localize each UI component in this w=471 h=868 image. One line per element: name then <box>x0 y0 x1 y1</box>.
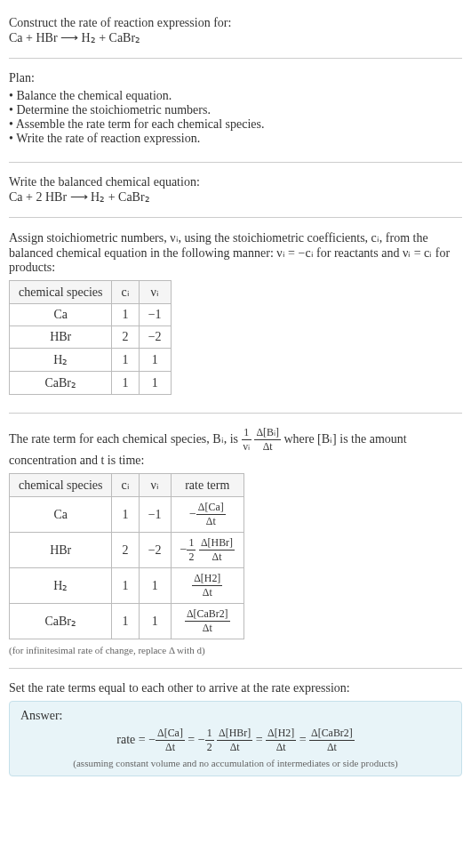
table-row: CaBr₂ 1 1 <box>10 372 172 395</box>
table-cell: −1 <box>139 497 171 533</box>
table-cell: Δ[CaBr2]Δt <box>171 604 243 639</box>
table-header-row: chemical species cᵢ νᵢ rate term <box>10 474 244 497</box>
plan-item: Determine the stoichiometric numbers. <box>9 103 462 117</box>
assign-section: Assign stoichiometric numbers, νᵢ, using… <box>9 223 462 407</box>
table-cell: 1 <box>112 568 139 604</box>
balanced-section: Write the balanced chemical equation: Ca… <box>9 168 462 212</box>
table-cell: CaBr₂ <box>10 604 112 639</box>
table-cell: 1 <box>139 568 171 604</box>
answer-label: Answer: <box>20 709 451 723</box>
table-header: rate term <box>171 474 243 497</box>
prompt-text: Construct the rate of reaction expressio… <box>9 16 462 30</box>
rate-note: (for infinitesimal rate of change, repla… <box>9 645 462 655</box>
answer-frac: Δ[HBr]Δt <box>217 727 252 754</box>
rate-term-frac: Δ[HBr]Δt <box>199 536 235 564</box>
rate-text: The rate term for each chemical species,… <box>9 426 462 468</box>
answer-half: 12 <box>205 727 214 754</box>
answer-frac: Δ[CaBr2]Δt <box>309 727 355 754</box>
table-cell: H₂ <box>10 349 112 372</box>
plan-item: Assemble the rate term for each chemical… <box>9 117 462 132</box>
eq-sign: = <box>296 733 309 746</box>
rate-table: chemical species cᵢ νᵢ rate term Ca 1 −1… <box>9 473 244 639</box>
plan-item: Write the rate of reaction expression. <box>9 132 462 146</box>
plan-section: Plan: Balance the chemical equation. Det… <box>9 64 462 157</box>
plan-title: Plan: <box>9 71 462 85</box>
divider <box>9 162 462 163</box>
table-row: HBr 2 −2 −12 Δ[HBr]Δt <box>10 533 244 568</box>
table-cell: −2 <box>139 533 171 568</box>
table-header: chemical species <box>10 281 112 304</box>
balanced-title: Write the balanced chemical equation: <box>9 175 462 189</box>
answer-box: Answer: rate = −Δ[Ca]Δt = −12 Δ[HBr]Δt =… <box>9 701 462 776</box>
table-cell: 1 <box>112 372 139 395</box>
table-cell: 2 <box>112 533 139 568</box>
rate-frac1: 1 νᵢ <box>242 426 251 454</box>
table-cell: 1 <box>112 304 139 326</box>
answer-note: (assuming constant volume and no accumul… <box>20 758 451 768</box>
table-cell: −12 Δ[HBr]Δt <box>171 533 243 568</box>
divider <box>9 413 462 414</box>
rate-term-frac: Δ[CaBr2]Δt <box>185 607 230 635</box>
table-cell: 1 <box>139 604 171 639</box>
rate-term-frac: Δ[H2]Δt <box>192 572 222 599</box>
rate-term-frac: Δ[Ca]Δt <box>196 501 226 528</box>
table-cell: CaBr₂ <box>10 372 112 395</box>
table-row: H₂ 1 1 <box>10 349 172 372</box>
table-cell: 1 <box>112 497 139 533</box>
table-header-row: chemical species cᵢ νᵢ <box>10 281 172 304</box>
table-header: νᵢ <box>139 474 171 497</box>
table-cell: 1 <box>112 604 139 639</box>
table-row: Ca 1 −1 −Δ[Ca]Δt <box>10 497 244 533</box>
plan-item: Balance the chemical equation. <box>9 89 462 103</box>
table-cell: 1 <box>139 349 171 372</box>
table-header: chemical species <box>10 474 112 497</box>
table-cell: 1 <box>112 349 139 372</box>
table-cell: Ca <box>10 304 112 326</box>
divider <box>9 58 462 59</box>
table-header: cᵢ <box>112 281 139 304</box>
table-cell: H₂ <box>10 568 112 604</box>
balanced-equation: Ca + 2 HBr ⟶ H₂ + CaBr₂ <box>9 189 462 205</box>
table-cell: Ca <box>10 497 112 533</box>
eq-sign: = <box>252 733 266 746</box>
coef-frac: 12 <box>187 536 196 564</box>
table-cell: −Δ[Ca]Δt <box>171 497 243 533</box>
set-section: Set the rate terms equal to each other t… <box>9 674 462 784</box>
assign-table: chemical species cᵢ νᵢ Ca 1 −1 HBr 2 −2 … <box>9 280 172 395</box>
table-row: H₂ 1 1 Δ[H2]Δt <box>10 568 244 604</box>
assign-text: Assign stoichiometric numbers, νᵢ, using… <box>9 230 462 275</box>
answer-frac: Δ[H2]Δt <box>266 727 296 754</box>
rate-text-pre: The rate term for each chemical species,… <box>9 432 242 446</box>
table-cell: Δ[H2]Δt <box>171 568 243 604</box>
divider <box>9 217 462 218</box>
table-header: νᵢ <box>139 281 171 304</box>
table-cell: −2 <box>139 326 171 349</box>
rate-frac2: Δ[Bᵢ] Δt <box>254 426 281 454</box>
set-text: Set the rate terms equal to each other t… <box>9 681 462 695</box>
table-row: HBr 2 −2 <box>10 326 172 349</box>
plan-list: Balance the chemical equation. Determine… <box>9 89 462 146</box>
prompt-section: Construct the rate of reaction expressio… <box>9 9 462 52</box>
table-cell: 1 <box>139 372 171 395</box>
answer-equation: rate = −Δ[Ca]Δt = −12 Δ[HBr]Δt = Δ[H2]Δt… <box>20 727 451 754</box>
rate-prefix: rate = − <box>116 733 156 746</box>
table-header: cᵢ <box>112 474 139 497</box>
table-cell: HBr <box>10 533 112 568</box>
table-cell: HBr <box>10 326 112 349</box>
table-row: CaBr₂ 1 1 Δ[CaBr2]Δt <box>10 604 244 639</box>
prompt-equation: Ca + HBr ⟶ H₂ + CaBr₂ <box>9 30 462 45</box>
neg-sign: − <box>189 507 196 520</box>
table-cell: 2 <box>112 326 139 349</box>
neg-sign: − <box>180 542 188 556</box>
table-cell: −1 <box>139 304 171 326</box>
rate-section: The rate term for each chemical species,… <box>9 419 462 663</box>
answer-frac: Δ[Ca]Δt <box>156 727 185 754</box>
eq-sign: = − <box>185 733 205 746</box>
table-row: Ca 1 −1 <box>10 304 172 326</box>
divider <box>9 668 462 669</box>
